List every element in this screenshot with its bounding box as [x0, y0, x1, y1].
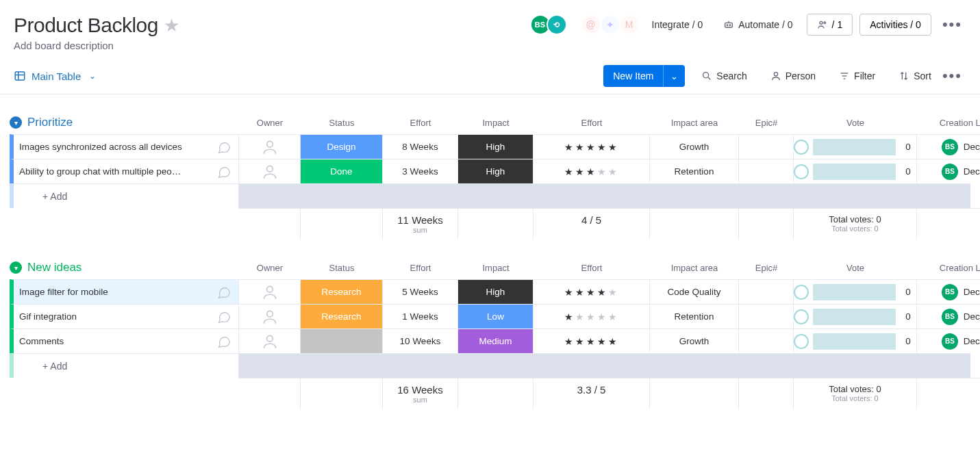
rating-cell[interactable]: ★★★★★ [533, 328, 650, 353]
members-button[interactable]: / 1 [807, 14, 853, 36]
item-name[interactable]: Ability to group chat with multiple peo… [19, 166, 181, 177]
status-cell[interactable]: Research [301, 304, 383, 328]
item-name[interactable]: Image filter for mobile [19, 287, 108, 297]
status-cell[interactable]: Research [301, 279, 383, 304]
rating-cell[interactable]: ★★★★★ [533, 159, 650, 183]
effort-cell[interactable]: 5 Weeks [383, 279, 458, 304]
board-title[interactable]: Product Backlog [14, 14, 158, 37]
conversation-icon[interactable] [216, 309, 231, 324]
column-header[interactable]: Impact [458, 114, 533, 132]
search-tool[interactable]: Search [694, 66, 753, 86]
group-title[interactable]: New ideas [27, 261, 81, 274]
column-header[interactable]: Impact area [650, 259, 739, 277]
group-title[interactable]: Prioritize [27, 116, 73, 129]
column-header[interactable]: Owner [239, 114, 301, 132]
item-name[interactable]: Images synchronized across all devices [19, 142, 182, 152]
impact-cell[interactable]: High [458, 134, 533, 159]
impact-area-cell[interactable]: Growth [650, 134, 739, 159]
add-item-row[interactable]: + Add [10, 183, 970, 208]
main-table-view-tab[interactable]: Main Table [14, 70, 81, 82]
impact-area-cell[interactable]: Retention [650, 159, 739, 183]
rating-cell[interactable]: ★★★★★ [533, 279, 650, 304]
filter-tool[interactable]: Filter [832, 66, 882, 86]
group-collapse-icon[interactable]: ▾ [10, 261, 22, 274]
status-cell[interactable] [301, 328, 383, 353]
owner-cell[interactable] [239, 328, 301, 353]
column-header[interactable]: Vote [794, 259, 917, 277]
effort-cell[interactable]: 1 Weeks [383, 304, 458, 328]
column-header[interactable]: Effort [533, 114, 650, 132]
column-header[interactable]: Epic# [739, 114, 794, 132]
owner-cell[interactable] [239, 134, 301, 159]
add-item-row[interactable]: + Add [10, 353, 970, 378]
epic-cell[interactable] [739, 328, 794, 353]
column-header[interactable]: Impact area [650, 114, 739, 132]
impact-cell[interactable]: Low [458, 304, 533, 328]
impact-area-cell[interactable]: Code Quality [650, 279, 739, 304]
status-cell[interactable]: Done [301, 159, 383, 183]
conversation-icon[interactable] [216, 334, 231, 349]
epic-cell[interactable] [739, 134, 794, 159]
column-header[interactable]: Epic# [739, 259, 794, 277]
integration-app-icons[interactable]: @ ✦ M [582, 16, 638, 34]
integrate-link[interactable]: Integrate / 0 [645, 15, 710, 34]
status-cell[interactable]: Design [301, 134, 383, 159]
board-menu-icon[interactable]: ••• [938, 16, 966, 34]
vote-thumb-icon[interactable] [794, 140, 809, 155]
owner-cell[interactable] [239, 279, 301, 304]
column-header[interactable]: Effort [383, 114, 458, 132]
new-item-dropdown[interactable]: ⌄ [663, 65, 685, 87]
table-row[interactable]: Images synchronized across all devices D… [10, 134, 970, 159]
column-header[interactable]: Vote [794, 114, 917, 132]
item-name[interactable]: Comments [19, 336, 64, 346]
automate-link[interactable]: Automate / 0 [716, 15, 799, 34]
vote-thumb-icon[interactable] [794, 309, 809, 324]
column-header[interactable]: Owner [239, 259, 301, 277]
conversation-icon[interactable] [216, 164, 231, 179]
table-row[interactable]: Image filter for mobile Research 5 Weeks… [10, 279, 970, 304]
vote-cell[interactable]: 0 [794, 328, 917, 353]
table-row[interactable]: Comments 10 Weeks Medium ★★★★★ Growth 0 … [10, 328, 970, 353]
subbar-menu-icon[interactable]: ••• [938, 67, 966, 85]
column-header[interactable]: Status [301, 259, 383, 277]
impact-area-cell[interactable]: Growth [650, 328, 739, 353]
column-header[interactable]: Status [301, 114, 383, 132]
epic-cell[interactable] [739, 279, 794, 304]
conversation-icon[interactable] [216, 285, 231, 300]
board-members-avatars[interactable]: BS ⟲ [534, 14, 567, 35]
column-header[interactable]: Effort [533, 259, 650, 277]
impact-area-cell[interactable]: Retention [650, 304, 739, 328]
owner-cell[interactable] [239, 159, 301, 183]
epic-cell[interactable] [739, 159, 794, 183]
effort-cell[interactable]: 8 Weeks [383, 134, 458, 159]
effort-cell[interactable]: 3 Weeks [383, 159, 458, 183]
item-name[interactable]: Gif integration [19, 311, 77, 322]
vote-thumb-icon[interactable] [794, 334, 809, 349]
table-row[interactable]: Ability to group chat with multiple peo…… [10, 159, 970, 183]
group-collapse-icon[interactable]: ▾ [10, 116, 22, 129]
rating-cell[interactable]: ★★★★★ [533, 134, 650, 159]
owner-cell[interactable] [239, 304, 301, 328]
vote-cell[interactable]: 0 [794, 159, 917, 183]
sort-tool[interactable]: Sort [892, 66, 938, 86]
rating-cell[interactable]: ★★★★★ [533, 304, 650, 328]
impact-cell[interactable]: Medium [458, 328, 533, 353]
vote-thumb-icon[interactable] [794, 285, 809, 300]
conversation-icon[interactable] [216, 140, 231, 155]
column-header[interactable]: Impact [458, 259, 533, 277]
vote-cell[interactable]: 0 [794, 279, 917, 304]
column-header[interactable]: Creation Log [917, 259, 980, 277]
impact-cell[interactable]: High [458, 159, 533, 183]
column-header[interactable]: Effort [383, 259, 458, 277]
vote-cell[interactable]: 0 [794, 134, 917, 159]
impact-cell[interactable]: High [458, 279, 533, 304]
column-header[interactable]: Creation Log [917, 114, 980, 132]
epic-cell[interactable] [739, 304, 794, 328]
new-item-button[interactable]: New Item [603, 65, 663, 87]
vote-cell[interactable]: 0 [794, 304, 917, 328]
effort-cell[interactable]: 10 Weeks [383, 328, 458, 353]
view-dropdown-icon[interactable]: ⌄ [89, 71, 96, 81]
favorite-star-icon[interactable]: ★ [164, 15, 179, 36]
table-row[interactable]: Gif integration Research 1 Weeks Low ★★★… [10, 304, 970, 328]
person-tool[interactable]: Person [764, 66, 822, 86]
